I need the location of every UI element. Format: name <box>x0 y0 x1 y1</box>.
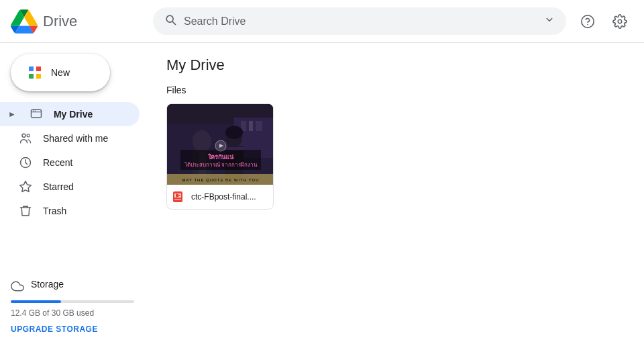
star-icon <box>19 180 32 193</box>
nav-chevron-icon: ► <box>8 110 16 119</box>
sidebar: New ► My Drive <box>0 43 145 350</box>
file-info: ctc-FBpost-final.... <box>167 185 273 209</box>
files-grid: ใครกันแน่ ได้ประสบการณ์ จากการฝึกงาน MAY… <box>166 103 623 210</box>
settings-button[interactable] <box>606 8 633 35</box>
sidebar-label-shared: Shared with me <box>43 133 108 144</box>
svg-point-9 <box>22 134 25 137</box>
svg-point-8 <box>35 110 36 111</box>
svg-rect-5 <box>36 74 41 79</box>
help-button[interactable] <box>574 8 601 35</box>
movie-poster-image: ใครกันแน่ ได้ประสบการณ์ จากการฝึกงาน MAY… <box>167 104 273 185</box>
file-thumbnail: ใครกันแน่ ได้ประสบการณ์ จากการฝึกงาน MAY… <box>167 104 273 185</box>
sidebar-item-recent[interactable]: Recent <box>0 150 140 175</box>
app-title: Drive <box>43 13 77 30</box>
svg-point-0 <box>582 15 594 27</box>
people-icon <box>19 132 32 145</box>
new-button-label: New <box>51 67 70 78</box>
main-layout: New ► My Drive <box>0 43 644 350</box>
storage-used-text: 12.4 GB of 30 GB used <box>11 308 134 318</box>
files-section-label: Files <box>166 85 623 95</box>
search-icon <box>164 13 177 30</box>
sidebar-item-shared[interactable]: Shared with me <box>0 126 140 150</box>
topbar: Drive <box>0 0 644 43</box>
svg-rect-6 <box>31 110 41 118</box>
file-name: ctc-FBpost-final.... <box>191 192 268 202</box>
svg-text:ใครกันแน่: ใครกันแน่ <box>208 153 234 161</box>
content-area: My Drive Files <box>145 43 644 350</box>
trash-icon <box>19 204 32 218</box>
logo-area: Drive <box>11 8 145 35</box>
svg-text:ได้ประสบการณ์ จากการฝึกงาน: ได้ประสบการณ์ จากการฝึกงาน <box>184 161 258 168</box>
search-input[interactable] <box>184 15 537 28</box>
svg-point-1 <box>588 24 588 25</box>
clock-icon <box>19 156 32 169</box>
svg-point-7 <box>33 110 34 111</box>
sidebar-label-my-drive: My Drive <box>54 109 93 120</box>
storage-label: Storage <box>31 279 64 290</box>
sidebar-item-starred[interactable]: Starred <box>0 175 140 199</box>
svg-point-10 <box>27 134 30 137</box>
drive-icon <box>30 107 43 121</box>
storage-cloud-icon <box>11 279 24 295</box>
file-type-icon <box>172 190 186 204</box>
google-drive-logo-icon <box>11 8 38 35</box>
page-title: My Drive <box>166 56 623 74</box>
plus-icon <box>27 64 43 81</box>
topbar-actions <box>574 8 633 35</box>
sidebar-label-starred: Starred <box>43 181 74 192</box>
sidebar-label-trash: Trash <box>43 206 66 216</box>
storage-section: Storage 12.4 GB of 30 GB used UPGRADE ST… <box>0 268 145 345</box>
search-dropdown-icon[interactable] <box>543 13 555 29</box>
sidebar-item-trash[interactable]: Trash <box>0 199 140 223</box>
new-button[interactable]: New <box>11 54 110 91</box>
svg-rect-4 <box>29 74 34 79</box>
search-bar[interactable] <box>153 7 566 35</box>
sidebar-label-recent: Recent <box>43 157 72 168</box>
sidebar-item-my-drive[interactable]: ► My Drive <box>0 102 140 126</box>
svg-text:MAY THE QUOTE BE WITH YOU: MAY THE QUOTE BE WITH YOU <box>182 178 259 182</box>
svg-rect-2 <box>29 67 34 71</box>
svg-rect-3 <box>36 67 41 71</box>
svg-rect-38 <box>174 199 181 200</box>
storage-bar-fill <box>11 300 61 303</box>
file-card[interactable]: ใครกันแน่ ได้ประสบการณ์ จากการฝึกงาน MAY… <box>166 103 274 210</box>
storage-bar-background <box>11 300 134 303</box>
upgrade-storage-link[interactable]: UPGRADE STORAGE <box>11 324 98 334</box>
